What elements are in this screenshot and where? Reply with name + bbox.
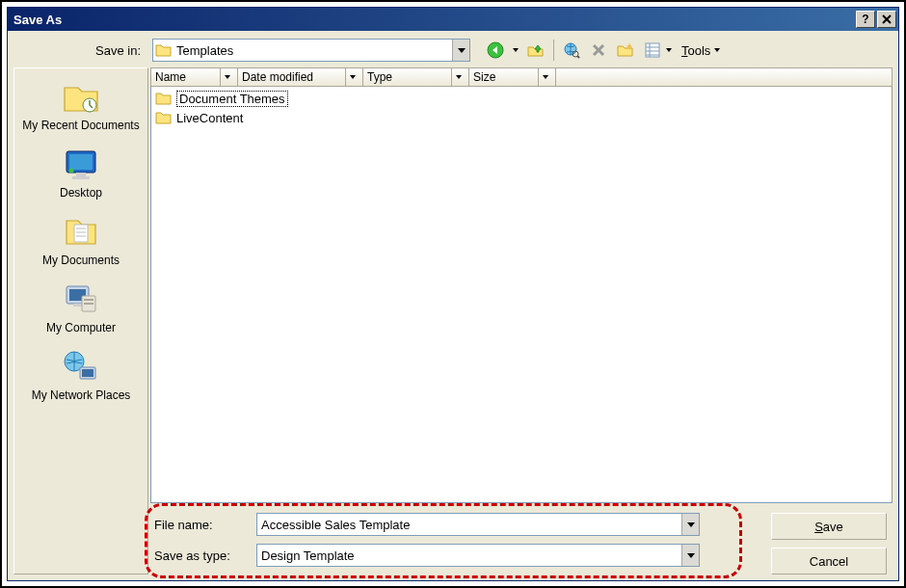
new-folder-button[interactable]	[614, 39, 637, 62]
cancel-button[interactable]: Cancel	[771, 548, 887, 575]
tools-label: Tools	[678, 43, 712, 58]
recent-documents-icon	[61, 76, 101, 117]
file-list[interactable]: Document Themes LiveContent	[150, 87, 893, 503]
svg-rect-28	[84, 303, 93, 305]
chevron-down-icon[interactable]	[681, 514, 699, 535]
title-text: Save As	[13, 13, 854, 27]
places-bar: My Recent Documents Desktop My Documents…	[13, 67, 148, 575]
col-name[interactable]: Name	[151, 68, 238, 86]
col-sort-arrow[interactable]	[345, 68, 359, 86]
places-label: My Computer	[46, 321, 116, 334]
search-web-button[interactable]	[560, 39, 583, 62]
file-item[interactable]: Document Themes	[153, 89, 890, 108]
my-computer-icon	[61, 279, 101, 319]
places-desktop[interactable]: Desktop	[14, 140, 147, 207]
back-dropdown-arrow[interactable]	[511, 39, 520, 62]
svg-rect-15	[69, 154, 93, 170]
places-recent-documents[interactable]: My Recent Documents	[14, 72, 147, 140]
save-in-combo[interactable]: Templates	[152, 39, 470, 62]
places-label: My Network Places	[32, 388, 131, 402]
svg-rect-31	[82, 369, 93, 377]
places-my-computer[interactable]: My Computer	[14, 275, 147, 342]
col-size[interactable]: Size	[469, 68, 556, 86]
views-dropdown-arrow[interactable]	[664, 39, 674, 62]
chevron-down-icon[interactable]	[681, 545, 699, 566]
places-my-network-places[interactable]: My Network Places	[14, 342, 147, 410]
places-label: My Documents	[42, 254, 120, 267]
tools-dropdown-arrow	[712, 39, 722, 62]
save-in-value: Templates	[176, 43, 448, 58]
folder-icon	[155, 109, 173, 126]
svg-line-5	[577, 56, 579, 58]
delete-x-icon	[592, 43, 605, 57]
my-documents-icon	[61, 211, 101, 252]
folder-icon	[155, 90, 173, 107]
col-type[interactable]: Type	[363, 68, 469, 86]
save-as-type-value: Design Template	[261, 548, 681, 563]
svg-rect-17	[72, 176, 90, 179]
delete-button[interactable]	[587, 39, 610, 62]
file-name-label: File name:	[154, 518, 251, 532]
help-button[interactable]: ?	[856, 11, 875, 28]
places-label: My Recent Documents	[22, 119, 139, 132]
svg-rect-16	[76, 173, 86, 176]
up-one-level-button[interactable]	[524, 39, 547, 62]
file-name: LiveContent	[176, 111, 243, 125]
new-folder-icon	[617, 41, 634, 59]
save-as-type-label: Save as type:	[154, 548, 251, 563]
toolbar-separator	[553, 40, 554, 61]
save-as-dialog: Save As ? Save in: Templates	[7, 7, 899, 581]
col-date-modified[interactable]: Date modified	[238, 68, 363, 86]
file-item[interactable]: LiveContent	[153, 108, 890, 127]
save-in-label: Save in:	[13, 43, 147, 58]
svg-rect-27	[84, 299, 93, 301]
chevron-down-icon[interactable]	[452, 40, 469, 61]
places-my-documents[interactable]: My Documents	[14, 207, 147, 275]
back-arrow-icon	[487, 41, 504, 59]
desktop-icon	[61, 144, 101, 184]
file-name: Document Themes	[176, 91, 288, 107]
save-button[interactable]: Save	[771, 513, 887, 540]
folder-up-icon	[527, 41, 545, 59]
bottom-fields: File name: Accessible Sales Template Sav…	[150, 507, 748, 575]
globe-search-icon	[563, 41, 580, 59]
back-button[interactable]	[484, 39, 507, 62]
save-as-type-combo[interactable]: Design Template	[256, 544, 700, 567]
col-sort-arrow[interactable]	[220, 68, 233, 86]
titlebar: Save As ?	[8, 8, 898, 31]
col-sort-arrow[interactable]	[451, 68, 465, 86]
views-button[interactable]	[641, 39, 664, 62]
folder-icon	[155, 41, 173, 59]
columns-header: Name Date modified Type Size	[150, 67, 893, 87]
file-name-value: Accessible Sales Template	[261, 518, 681, 532]
places-label: Desktop	[60, 186, 102, 200]
close-button[interactable]	[877, 11, 896, 28]
svg-point-18	[69, 169, 74, 174]
tools-menu[interactable]: Tools	[678, 39, 722, 62]
col-filler	[556, 68, 892, 86]
views-icon	[644, 41, 661, 59]
file-name-combo[interactable]: Accessible Sales Template	[256, 513, 700, 536]
network-places-icon	[61, 346, 101, 387]
svg-rect-25	[73, 304, 82, 307]
col-sort-arrow[interactable]	[538, 68, 551, 86]
svg-rect-19	[74, 225, 88, 242]
toolbar: Tools	[484, 39, 722, 62]
